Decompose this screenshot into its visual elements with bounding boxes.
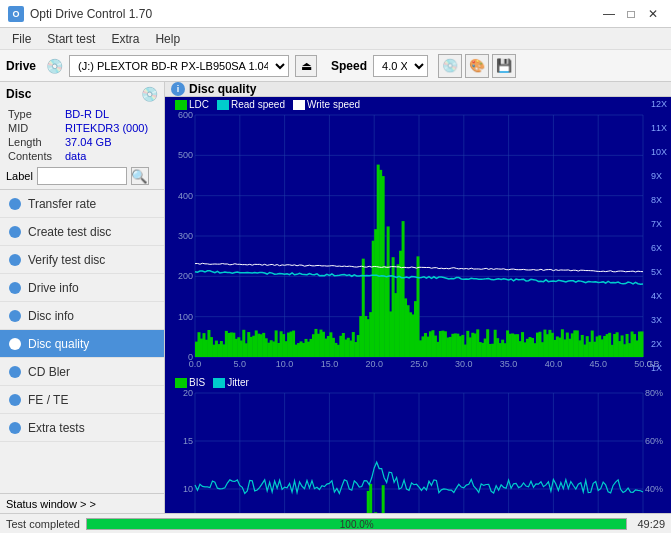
close-button[interactable]: ✕ [643, 6, 663, 22]
fe-te-icon [8, 393, 22, 407]
y-label-5x: 5X [651, 267, 667, 277]
sidebar-item-cd-bler[interactable]: CD Bler [0, 358, 164, 386]
maximize-button[interactable]: □ [621, 6, 641, 22]
disc-info-label: Disc info [28, 309, 74, 323]
menu-file[interactable]: File [4, 30, 39, 48]
window-controls: — □ ✕ [599, 6, 663, 22]
verify-test-disc-icon [8, 253, 22, 267]
sidebar-item-disc-info[interactable]: Disc info [0, 302, 164, 330]
cd-bler-label: CD Bler [28, 365, 70, 379]
jitter-legend: Jitter [213, 377, 249, 388]
sidebar-item-fe-te[interactable]: FE / TE [0, 386, 164, 414]
disc-info-table: Type BD-R DL MID RITEKDR3 (000) Length 3… [6, 106, 158, 164]
minimize-button[interactable]: — [599, 6, 619, 22]
sidebar-item-create-test-disc[interactable]: Create test disc [0, 218, 164, 246]
disc-contents-value: data [65, 150, 156, 162]
disc-mid-row: MID RITEKDR3 (000) [8, 122, 156, 134]
title-bar-left: O Opti Drive Control 1.70 [8, 6, 152, 22]
disc-quality-icon [8, 337, 22, 351]
menu-extra[interactable]: Extra [103, 30, 147, 48]
icon-btn-3[interactable]: 💾 [492, 54, 516, 78]
disc-contents-row: Contents data [8, 150, 156, 162]
disc-quality-title: Disc quality [189, 82, 256, 96]
app-status-bar: Test completed 100.0% 49:29 [0, 513, 671, 533]
disc-length-row: Length 37.04 GB [8, 136, 156, 148]
sidebar-item-drive-info[interactable]: Drive info [0, 274, 164, 302]
toolbar: Drive 💿 (J:) PLEXTOR BD-R PX-LB950SA 1.0… [0, 50, 671, 82]
status-message: Test completed [6, 518, 80, 530]
writespeed-legend-label: Write speed [307, 99, 360, 110]
disc-quality-label: Disc quality [28, 337, 89, 351]
cd-bler-icon [8, 365, 22, 379]
y-label-12x: 12X [651, 99, 667, 109]
status-time: 49:29 [637, 518, 665, 530]
icon-btn-2[interactable]: 🎨 [465, 54, 489, 78]
content-area: i Disc quality LDC Read speed Write spee… [165, 82, 671, 513]
y-label-3x: 3X [651, 315, 667, 325]
disc-contents-label: Contents [8, 150, 63, 162]
eject-button[interactable]: ⏏ [295, 55, 317, 77]
speed-label: Speed [331, 59, 367, 73]
jitter-legend-color [213, 378, 225, 388]
disc-header: Disc 💿 [6, 86, 158, 102]
sidebar-item-transfer-rate[interactable]: Transfer rate [0, 190, 164, 218]
main-layout: Disc 💿 Type BD-R DL MID RITEKDR3 (000) L… [0, 82, 671, 513]
drive-info-icon [8, 281, 22, 295]
bottom-chart-canvas [165, 375, 671, 513]
drive-info-label: Drive info [28, 281, 79, 295]
menu-start-test[interactable]: Start test [39, 30, 103, 48]
y-label-4x: 4X [651, 291, 667, 301]
status-window-link[interactable]: Status window > > [0, 493, 164, 513]
sidebar-item-disc-quality[interactable]: Disc quality [0, 330, 164, 358]
disc-section-title: Disc [6, 87, 31, 101]
disc-info-icon [8, 309, 22, 323]
extra-tests-label: Extra tests [28, 421, 85, 435]
toolbar-icons: 💿 🎨 💾 [438, 54, 516, 78]
icon-btn-1[interactable]: 💿 [438, 54, 462, 78]
disc-mid-value: RITEKDR3 (000) [65, 122, 156, 134]
bis-legend-label: BIS [189, 377, 205, 388]
y-label-11x: 11X [651, 123, 667, 133]
drive-label: Drive [6, 59, 36, 73]
speed-select[interactable]: 4.0 X 1.0 X 2.0 X 6.0 X 8.0 X [373, 55, 428, 77]
status-window-text: Status window > > [6, 498, 96, 510]
fe-te-label: FE / TE [28, 393, 68, 407]
drive-icon: 💿 [46, 58, 63, 74]
sidebar-item-verify-test-disc[interactable]: Verify test disc [0, 246, 164, 274]
disc-type-label: Type [8, 108, 63, 120]
disc-label-search-btn[interactable]: 🔍 [131, 167, 149, 185]
ldc-legend-color [175, 100, 187, 110]
disc-length-value: 37.04 GB [65, 136, 156, 148]
disc-length-label: Length [8, 136, 63, 148]
charts-area: LDC Read speed Write speed 12X 11X 10X 9… [165, 97, 671, 513]
disc-type-value: BD-R DL [65, 108, 156, 120]
progress-text: 100.0% [87, 519, 626, 531]
ldc-legend-label: LDC [189, 99, 209, 110]
y-label-8x: 8X [651, 195, 667, 205]
y-label-2x: 2X [651, 339, 667, 349]
menu-help[interactable]: Help [147, 30, 188, 48]
disc-label-input[interactable] [37, 167, 127, 185]
top-chart-canvas [165, 97, 671, 375]
app-icon: O [8, 6, 24, 22]
sidebar: Disc 💿 Type BD-R DL MID RITEKDR3 (000) L… [0, 82, 165, 513]
extra-tests-icon [8, 421, 22, 435]
bottom-chart-legend: BIS Jitter [175, 377, 249, 388]
readspeed-legend-label: Read speed [231, 99, 285, 110]
disc-quality-header-icon: i [171, 82, 185, 96]
verify-test-disc-label: Verify test disc [28, 253, 105, 267]
writespeed-legend: Write speed [293, 99, 360, 110]
ldc-legend: LDC [175, 99, 209, 110]
bis-legend: BIS [175, 377, 205, 388]
readspeed-legend-color [217, 100, 229, 110]
disc-header-icon: 💿 [141, 86, 158, 102]
top-y-axis: 12X 11X 10X 9X 8X 7X 6X 5X 4X 3X 2X 1X [651, 97, 667, 375]
y-label-10x: 10X [651, 147, 667, 157]
transfer-rate-icon [8, 197, 22, 211]
top-chart-legend: LDC Read speed Write speed [175, 99, 360, 110]
disc-label-text: Label [6, 170, 33, 182]
drive-select[interactable]: (J:) PLEXTOR BD-R PX-LB950SA 1.04 [69, 55, 289, 77]
nav-items: Transfer rate Create test disc Verify te… [0, 190, 164, 493]
disc-quality-header: i Disc quality [165, 82, 671, 97]
sidebar-item-extra-tests[interactable]: Extra tests [0, 414, 164, 442]
